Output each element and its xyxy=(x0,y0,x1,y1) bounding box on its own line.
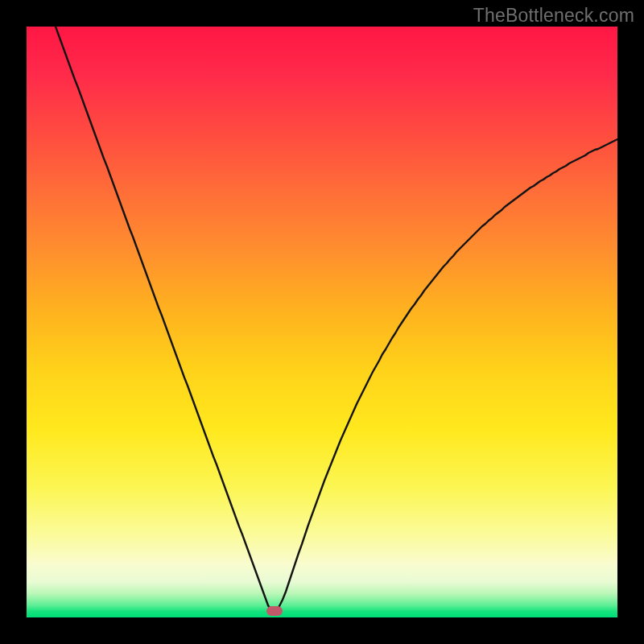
chart-container: TheBottleneck.com xyxy=(0,0,644,644)
optimal-marker xyxy=(266,606,283,616)
bottleneck-curve xyxy=(27,27,617,617)
credit-text: TheBottleneck.com xyxy=(473,5,634,27)
plot-area xyxy=(27,27,617,617)
